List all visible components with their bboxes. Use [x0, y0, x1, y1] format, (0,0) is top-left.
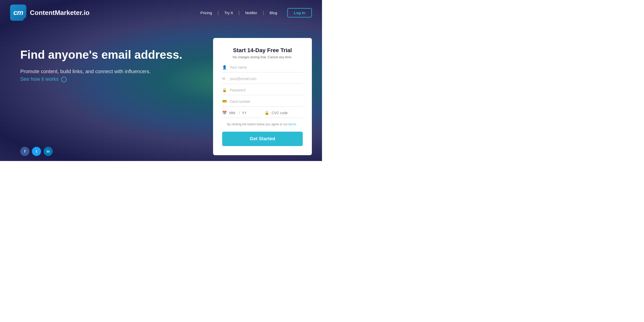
mm-input[interactable] [229, 111, 237, 115]
hero-section: Find anyone's email address. Promote con… [20, 38, 198, 88]
form-title: Start 14-Day Free Trial [222, 47, 303, 54]
terms-link[interactable]: terms [289, 123, 296, 126]
lock-icon: 🔒 [222, 88, 227, 92]
navbar: cm ContentMarketer.io Pricing | Try It |… [0, 0, 322, 25]
cvc-lock-icon: 🔒 [264, 111, 270, 115]
cvc-field: 🔒 [264, 111, 303, 118]
brand: cm ContentMarketer.io [10, 5, 90, 21]
password-input[interactable] [230, 88, 303, 92]
nav-pricing[interactable]: Pricing [195, 11, 218, 15]
card-icon: 💳 [222, 99, 227, 104]
date-separator: / [239, 111, 240, 115]
main-content: Find anyone's email address. Promote con… [0, 25, 322, 155]
card-number-field: 💳 [222, 99, 303, 107]
calendar-icon: 📅 [222, 111, 227, 115]
name-input[interactable] [230, 65, 303, 69]
get-started-button[interactable]: Get Started [222, 132, 303, 146]
twitter-button[interactable]: t [32, 147, 41, 156]
user-icon: 👤 [222, 65, 227, 70]
hero-link[interactable]: See how it works ↓ [20, 76, 67, 82]
linkedin-button[interactable]: in [44, 147, 53, 156]
yy-input[interactable] [242, 111, 250, 115]
form-card: Start 14-Day Free Trial No charges durin… [213, 38, 312, 155]
hero-subtitle-text: Promote content, build links, and connec… [20, 69, 151, 74]
terms-text: By clicking the button below you agree t… [222, 122, 303, 127]
password-field: 🔒 [222, 88, 303, 95]
terms-before: By clicking the button below you agree t… [227, 123, 288, 126]
hero-subtitle: Promote content, build links, and connec… [20, 68, 198, 83]
nav-try-it[interactable]: Try It [219, 11, 238, 15]
email-icon: ✉ [222, 76, 227, 81]
terms-after: . [297, 123, 298, 126]
brand-name: ContentMarketer.io [30, 9, 90, 17]
email-field: ✉ [222, 76, 303, 84]
social-section: f t in [20, 147, 53, 156]
name-field: 👤 [222, 65, 303, 72]
expiry-field: 📅 / [222, 111, 260, 118]
login-button[interactable]: Log In [287, 8, 312, 17]
nav-links: Pricing | Try It | Notifier | Blog Log I… [195, 8, 312, 17]
facebook-button[interactable]: f [20, 147, 29, 156]
nav-blog[interactable]: Blog [264, 11, 283, 15]
card-number-input[interactable] [230, 99, 303, 104]
hero-link-text: See how it works [20, 76, 59, 82]
hero-title: Find anyone's email address. [20, 48, 198, 62]
logo-initials: cm [13, 9, 23, 17]
nav-notifier[interactable]: Notifier [240, 11, 263, 15]
expiry-cvc-row: 📅 / 🔒 [222, 111, 303, 118]
circle-down-icon: ↓ [61, 77, 67, 82]
cvc-input[interactable] [272, 111, 303, 115]
logo-icon: cm [10, 5, 26, 21]
form-subtitle: No charges during trial. Cancel any time… [222, 55, 303, 59]
email-input[interactable] [230, 77, 303, 81]
